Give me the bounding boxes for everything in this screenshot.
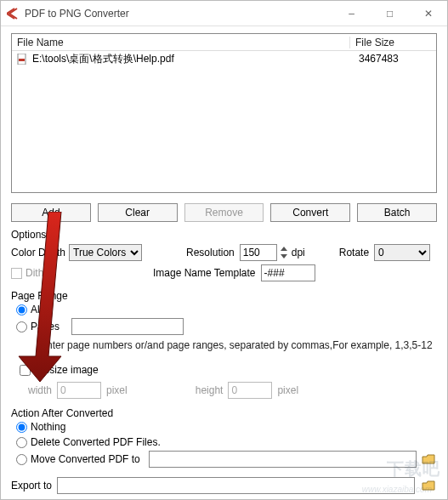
browse-export-folder-button[interactable]	[420, 478, 437, 493]
page-range-label: Page Range	[11, 290, 437, 302]
action-delete-label: Delete Converted PDF Files.	[31, 436, 161, 448]
export-to-input[interactable]	[57, 477, 415, 494]
list-header: File Name File Size	[12, 34, 436, 51]
resize-width-input	[57, 382, 101, 399]
image-name-template-input[interactable]	[261, 264, 315, 281]
rotate-select[interactable]: 0	[374, 244, 430, 261]
page-range-pages-radio[interactable]	[16, 321, 27, 332]
action-label: Action After Converted	[11, 407, 437, 419]
convert-button[interactable]: Convert	[270, 203, 350, 222]
page-range-all-radio[interactable]	[16, 304, 27, 315]
file-list[interactable]: File Name File Size E:\tools\桌面\格式转换\Hel…	[11, 33, 437, 193]
minimize-button[interactable]: –	[332, 1, 371, 26]
table-row[interactable]: E:\tools\桌面\格式转换\Help.pdf 3467483	[12, 51, 436, 66]
remove-button[interactable]: Remove	[184, 203, 264, 222]
page-range-hint: Enter page numbers or/and page ranges, s…	[40, 339, 437, 351]
resize-width-label: width	[28, 384, 52, 396]
file-name-cell: E:\tools\桌面\格式转换\Help.pdf	[32, 52, 354, 66]
dither-label: Dither	[26, 267, 53, 279]
close-button[interactable]: ✕	[409, 1, 447, 26]
page-range-pages-label: Pages	[31, 321, 60, 332]
resize-height-label: height	[196, 384, 224, 396]
add-button[interactable]: Add	[11, 203, 91, 222]
resolution-unit: dpi	[292, 247, 305, 259]
app-icon	[6, 7, 20, 20]
col-filesize[interactable]: File Size	[350, 37, 436, 48]
resize-checkbox[interactable]	[20, 365, 31, 376]
clear-button[interactable]: Clear	[98, 203, 178, 222]
svg-rect-1	[19, 59, 25, 61]
maximize-button[interactable]: □	[371, 1, 409, 26]
resolution-stepper[interactable]	[278, 245, 289, 260]
file-size-cell: 3467483	[354, 53, 436, 65]
action-nothing-radio[interactable]	[16, 422, 27, 433]
resize-height-input	[228, 382, 272, 399]
resize-width-unit: pixel	[106, 384, 128, 396]
options-label: Options	[11, 229, 437, 241]
color-depth-label: Color Depth	[11, 247, 65, 259]
export-to-label: Export to	[11, 480, 52, 491]
title-bar: PDF to PNG Converter – □ ✕	[1, 1, 447, 26]
action-move-path-input[interactable]	[149, 451, 417, 468]
action-move-label: Move Converted PDF to	[31, 453, 140, 465]
color-depth-select[interactable]: True Colors	[69, 244, 142, 261]
page-range-pages-input[interactable]	[71, 318, 184, 335]
dither-checkbox	[11, 268, 22, 279]
rotate-label: Rotate	[339, 247, 369, 259]
resolution-input[interactable]	[240, 244, 277, 261]
image-name-template-label: Image Name Template	[153, 267, 256, 279]
resize-height-unit: pixel	[277, 384, 298, 396]
page-range-all-label: All	[31, 304, 42, 315]
resolution-label: Resolution	[186, 247, 235, 259]
action-button-row: Add Clear Remove Convert Batch	[11, 203, 437, 222]
resize-label: Resize image	[37, 364, 99, 376]
batch-button[interactable]: Batch	[357, 203, 437, 222]
action-move-radio[interactable]	[16, 454, 27, 465]
col-filename[interactable]: File Name	[12, 37, 350, 48]
window-title: PDF to PNG Converter	[25, 8, 129, 20]
action-delete-radio[interactable]	[16, 437, 27, 448]
action-nothing-label: Nothing	[31, 421, 65, 433]
pdf-file-icon	[15, 53, 29, 65]
browse-move-folder-button[interactable]	[420, 452, 437, 467]
